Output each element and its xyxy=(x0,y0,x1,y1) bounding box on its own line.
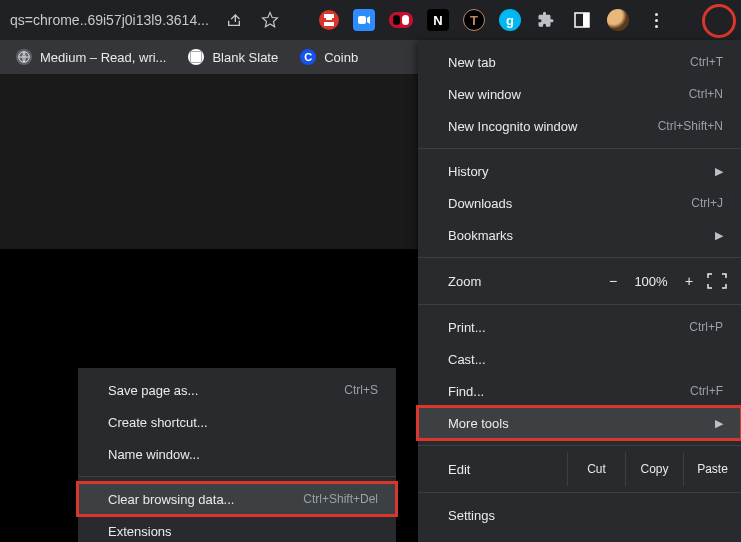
zoom-in-button[interactable]: + xyxy=(675,273,703,289)
bookmark-label: Blank Slate xyxy=(212,50,278,65)
svg-rect-1 xyxy=(358,16,366,24)
profile-avatar[interactable] xyxy=(607,9,629,31)
menu-separator xyxy=(418,492,741,493)
submenu-save-page[interactable]: Save page as... Ctrl+S xyxy=(78,374,396,406)
chevron-right-icon: ▶ xyxy=(715,229,723,242)
menu-edit-row: Edit Cut Copy Paste xyxy=(418,452,741,486)
submenu-clear-browsing-data[interactable]: Clear browsing data... Ctrl+Shift+Del xyxy=(78,483,396,515)
address-text: qs=chrome..69i57j0i13l9.3614... xyxy=(10,12,209,28)
chevron-right-icon: ▶ xyxy=(715,165,723,178)
extension-pill-icon[interactable] xyxy=(389,12,413,28)
browser-toolbar: qs=chrome..69i57j0i13l9.3614... N T g xyxy=(0,0,741,40)
fullscreen-icon[interactable] xyxy=(707,273,727,289)
menu-bookmarks[interactable]: Bookmarks ▶ xyxy=(418,219,741,251)
blankslate-icon xyxy=(188,49,204,65)
menu-downloads[interactable]: Downloads Ctrl+J xyxy=(418,187,741,219)
menu-settings[interactable]: Settings xyxy=(418,499,741,531)
globe-icon xyxy=(16,49,32,65)
bookmark-label: Medium – Read, wri... xyxy=(40,50,166,65)
menu-separator xyxy=(418,445,741,446)
bookmark-label: Coinb xyxy=(324,50,358,65)
menu-separator xyxy=(418,304,741,305)
submenu-extensions[interactable]: Extensions xyxy=(78,515,396,542)
chrome-menu-button[interactable] xyxy=(643,6,671,34)
menu-help[interactable]: Help ▶ xyxy=(418,531,741,542)
extension-notion-icon[interactable]: N xyxy=(427,9,449,31)
copy-button[interactable]: Copy xyxy=(625,452,683,486)
menu-new-tab[interactable]: New tab Ctrl+T xyxy=(418,46,741,78)
menu-more-tools[interactable]: More tools ▶ xyxy=(418,407,741,439)
svg-rect-3 xyxy=(583,13,589,27)
chrome-main-menu: New tab Ctrl+T New window Ctrl+N New Inc… xyxy=(418,40,741,542)
extensions-puzzle-icon[interactable] xyxy=(535,9,557,31)
submenu-name-window[interactable]: Name window... xyxy=(78,438,396,470)
submenu-create-shortcut[interactable]: Create shortcut... xyxy=(78,406,396,438)
extension-zoom-icon[interactable] xyxy=(353,9,375,31)
svg-rect-0 xyxy=(326,18,332,20)
menu-new-incognito[interactable]: New Incognito window Ctrl+Shift+N xyxy=(418,110,741,142)
edit-label: Edit xyxy=(448,462,567,477)
menu-find[interactable]: Find... Ctrl+F xyxy=(418,375,741,407)
menu-cast[interactable]: Cast... xyxy=(418,343,741,375)
extension-grammarly-icon[interactable]: g xyxy=(499,9,521,31)
menu-separator xyxy=(78,476,396,477)
zoom-value: 100% xyxy=(627,274,675,289)
coinbase-icon: C xyxy=(300,49,316,65)
menu-separator xyxy=(418,257,741,258)
bookmark-medium[interactable]: Medium – Read, wri... xyxy=(16,49,166,65)
menu-separator xyxy=(418,148,741,149)
menu-new-window[interactable]: New window Ctrl+N xyxy=(418,78,741,110)
cut-button[interactable]: Cut xyxy=(567,452,625,486)
chevron-right-icon: ▶ xyxy=(715,417,723,430)
bookmark-coinbase[interactable]: C Coinb xyxy=(300,49,358,65)
paste-button[interactable]: Paste xyxy=(683,452,741,486)
bookmark-star-icon[interactable] xyxy=(259,9,281,31)
vertical-dots-icon xyxy=(655,13,658,28)
extension-ublock-icon[interactable] xyxy=(319,10,339,30)
side-panel-icon[interactable] xyxy=(571,9,593,31)
highlight-menu-button xyxy=(702,4,736,38)
bookmark-blank-slate[interactable]: Blank Slate xyxy=(188,49,278,65)
extension-t-icon[interactable]: T xyxy=(463,9,485,31)
menu-zoom-row: Zoom − 100% + xyxy=(418,264,741,298)
menu-history[interactable]: History ▶ xyxy=(418,155,741,187)
zoom-label: Zoom xyxy=(448,274,599,289)
more-tools-submenu: Save page as... Ctrl+S Create shortcut..… xyxy=(78,368,396,542)
zoom-out-button[interactable]: − xyxy=(599,273,627,289)
menu-print[interactable]: Print... Ctrl+P xyxy=(418,311,741,343)
share-icon[interactable] xyxy=(223,9,245,31)
